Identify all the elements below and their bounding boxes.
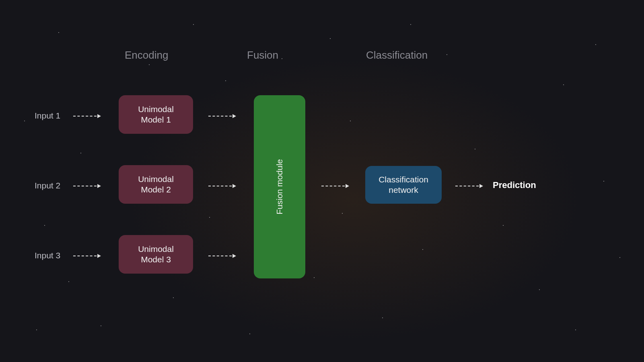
star-decoration bbox=[422, 249, 423, 250]
arrow-input2-encoder2 bbox=[73, 184, 101, 188]
arrow-encoder2-fusion bbox=[208, 184, 236, 188]
encoder-label-1: UnimodalModel 1 bbox=[138, 104, 174, 125]
star-decoration bbox=[342, 213, 343, 214]
star-decoration bbox=[575, 329, 576, 330]
star-decoration bbox=[475, 149, 475, 149]
arrow-input3-encoder3 bbox=[73, 254, 101, 258]
arrow-fusion-classification bbox=[321, 184, 349, 188]
star-decoration bbox=[193, 24, 194, 25]
fusion-label: Fusion module bbox=[274, 159, 285, 215]
classification-label: Classificationnetwork bbox=[379, 174, 428, 196]
arrow-encoder3-fusion bbox=[208, 254, 236, 258]
arrow-input1-encoder1 bbox=[73, 114, 101, 118]
classification-block: Classificationnetwork bbox=[365, 166, 442, 204]
star-decoration bbox=[446, 54, 447, 55]
star-decoration bbox=[314, 277, 315, 278]
star-decoration bbox=[563, 84, 564, 85]
star-decoration bbox=[410, 24, 411, 25]
stage-label-classification: Classification bbox=[366, 49, 428, 61]
star-decoration bbox=[58, 32, 59, 33]
star-decoration bbox=[619, 257, 620, 258]
input-label-1: Input 1 bbox=[35, 111, 60, 121]
star-decoration bbox=[595, 44, 596, 45]
encoder-label-3: UnimodalModel 3 bbox=[138, 244, 174, 265]
star-decoration bbox=[225, 80, 226, 81]
input-label-2: Input 2 bbox=[35, 181, 60, 190]
star-decoration bbox=[209, 217, 210, 218]
star-decoration bbox=[44, 225, 45, 226]
star-decoration bbox=[539, 289, 540, 290]
stage-label-fusion: Fusion bbox=[247, 49, 278, 61]
star-decoration bbox=[503, 225, 504, 226]
output-label: Prediction bbox=[493, 180, 536, 190]
star-decoration bbox=[24, 121, 25, 121]
encoder-block-3: UnimodalModel 3 bbox=[119, 235, 193, 274]
arrow-encoder1-fusion bbox=[208, 114, 236, 118]
arrow-classification-output bbox=[455, 184, 483, 188]
encoder-block-1: UnimodalModel 1 bbox=[119, 95, 193, 134]
star-decoration bbox=[603, 181, 604, 182]
star-decoration bbox=[68, 281, 69, 282]
star-decoration bbox=[249, 333, 250, 334]
star-decoration bbox=[149, 64, 150, 65]
star-decoration bbox=[36, 329, 37, 330]
star-decoration bbox=[173, 297, 174, 298]
encoder-block-2: UnimodalModel 2 bbox=[119, 165, 193, 204]
star-decoration bbox=[330, 38, 331, 39]
input-label-3: Input 3 bbox=[35, 251, 60, 260]
star-decoration bbox=[80, 153, 81, 153]
fusion-block: Fusion module bbox=[254, 95, 305, 278]
stage-label-encoding: Encoding bbox=[125, 49, 168, 61]
star-decoration bbox=[101, 325, 101, 326]
star-decoration bbox=[350, 121, 351, 121]
encoder-label-2: UnimodalModel 2 bbox=[138, 174, 174, 195]
star-decoration bbox=[382, 317, 383, 318]
star-decoration bbox=[282, 58, 282, 59]
